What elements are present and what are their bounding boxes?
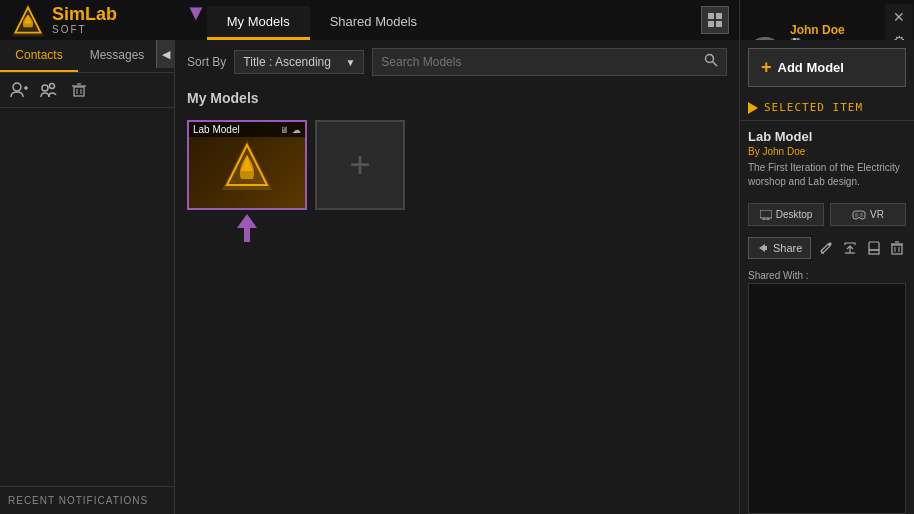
svg-marker-21 — [237, 214, 257, 228]
svg-point-18 — [706, 55, 714, 63]
selected-item-info: Lab Model By John Doe The First Iteratio… — [740, 121, 914, 197]
logo-text: SimLab SOFT — [52, 5, 117, 36]
share-label: Share — [773, 242, 802, 254]
user-name: John Doe — [790, 23, 879, 37]
model-card-lab-model[interactable]: Lab Model 🖥 ☁ — [187, 120, 307, 210]
sidebar-notifications: Recent Notifications — [0, 486, 174, 514]
logo-area: SimLab SOFT — [0, 0, 175, 40]
content-area: Sort By Title : Ascending ▼ My Models — [175, 40, 739, 514]
sidebar-contact-list — [0, 108, 174, 486]
sort-arrow-icon: ▼ — [345, 57, 355, 68]
user-header-block: John Doe 💾 9.6 MB / 20.0 GB 📦 1 / 10 🔗 — [739, 0, 914, 40]
model-card-action-icons: 🖥 ☁ — [280, 125, 301, 135]
top-bar-right — [691, 0, 739, 40]
tab-my-models[interactable]: My Models — [207, 6, 310, 40]
share-icon — [757, 242, 769, 254]
svg-rect-22 — [244, 228, 250, 242]
add-model-card[interactable]: + — [315, 120, 405, 210]
delete-icon — [890, 241, 904, 255]
model-preview-image — [217, 135, 277, 195]
search-button[interactable] — [704, 53, 718, 71]
svg-rect-33 — [869, 250, 879, 254]
upload-button[interactable] — [841, 236, 859, 260]
svg-rect-13 — [74, 87, 84, 96]
svg-point-12 — [50, 84, 55, 89]
messages-tab[interactable]: Messages — [78, 40, 156, 72]
contacts-tab[interactable]: Contacts — [0, 40, 78, 72]
add-contact-icon — [10, 81, 28, 99]
action-row: Share — [740, 232, 914, 264]
svg-point-8 — [13, 83, 21, 91]
monitor-icon: 🖥 — [280, 125, 289, 135]
tab-shared-models[interactable]: Shared Models — [310, 6, 437, 40]
vr-icon — [852, 210, 866, 220]
edit-icon — [819, 241, 833, 255]
model-card-label: Lab Model 🖥 ☁ — [189, 122, 305, 137]
upload-icon — [843, 241, 857, 255]
nav-arrow-indicator: ▼ — [185, 0, 207, 25]
desktop-view-button[interactable]: Desktop — [748, 203, 824, 226]
add-model-label: Add Model — [778, 60, 844, 75]
nav-tabs: ▼ My Models Shared Models — [175, 0, 691, 40]
search-box — [372, 48, 727, 76]
sort-select[interactable]: Title : Ascending ▼ — [234, 50, 364, 74]
add-contact-button[interactable] — [8, 79, 30, 101]
author-name: John Doe — [762, 146, 805, 157]
logo-simlab: SimLab — [52, 5, 117, 25]
grid-view-button[interactable] — [701, 6, 729, 34]
svg-rect-23 — [760, 210, 772, 218]
view-buttons: Desktop VR — [740, 197, 914, 232]
sidebar: Contacts Messages ◀ — [0, 40, 175, 514]
add-model-button[interactable]: + Add Model — [748, 48, 906, 87]
edit-button[interactable] — [817, 236, 835, 260]
cloud-icon: ☁ — [292, 125, 301, 135]
selected-model-author: By John Doe — [748, 146, 906, 157]
right-panel: + Add Model Selected Item Lab Model By J… — [739, 40, 914, 514]
main-layout: Contacts Messages ◀ — [0, 40, 914, 514]
contacts-list-icon — [40, 81, 58, 99]
vr-view-button[interactable]: VR — [830, 203, 906, 226]
download-icon — [867, 241, 881, 255]
sort-by-label: Sort By — [187, 55, 226, 69]
up-arrow-indicator — [237, 214, 257, 244]
sidebar-actions — [0, 73, 174, 108]
svg-point-11 — [42, 85, 48, 91]
selected-model-name: Lab Model — [748, 129, 906, 144]
svg-rect-35 — [892, 245, 902, 254]
search-icon — [704, 53, 718, 67]
svg-line-19 — [713, 62, 718, 67]
play-triangle-icon — [748, 102, 758, 114]
model-name-label: Lab Model — [193, 124, 240, 135]
share-button[interactable]: Share — [748, 237, 811, 259]
svg-rect-1 — [708, 13, 714, 19]
add-model-card-icon: + — [349, 147, 370, 183]
notifications-label: Recent Notifications — [8, 495, 166, 506]
content-title: My Models — [175, 84, 739, 112]
sidebar-collapse-button[interactable]: ◀ — [156, 40, 174, 68]
svg-point-28 — [860, 212, 864, 217]
sort-value: Title : Ascending — [243, 55, 331, 69]
shared-with-box — [748, 283, 906, 514]
download-button[interactable] — [865, 236, 883, 260]
svg-rect-2 — [716, 13, 722, 19]
shared-with-label: Shared With : — [740, 264, 914, 283]
desktop-icon — [760, 210, 772, 220]
simlab-logo-icon — [10, 2, 46, 38]
close-button[interactable]: ✕ — [890, 8, 908, 26]
svg-rect-4 — [716, 21, 722, 27]
svg-point-27 — [855, 212, 859, 217]
model-selection-arrow — [237, 214, 257, 248]
delete-contact-button[interactable] — [68, 79, 90, 101]
vr-view-label: VR — [870, 209, 884, 220]
delete-button[interactable] — [888, 236, 906, 260]
content-toolbar: Sort By Title : Ascending ▼ — [175, 40, 739, 84]
desktop-view-label: Desktop — [776, 209, 813, 220]
selected-item-label: Selected Item — [764, 101, 863, 114]
selected-item-header: Selected Item — [740, 95, 914, 121]
grid-icon — [707, 12, 723, 28]
contacts-list-button[interactable] — [38, 79, 60, 101]
logo-soft: SOFT — [52, 24, 117, 35]
svg-rect-3 — [708, 21, 714, 27]
add-model-plus-icon: + — [761, 57, 772, 78]
search-input[interactable] — [381, 55, 704, 69]
